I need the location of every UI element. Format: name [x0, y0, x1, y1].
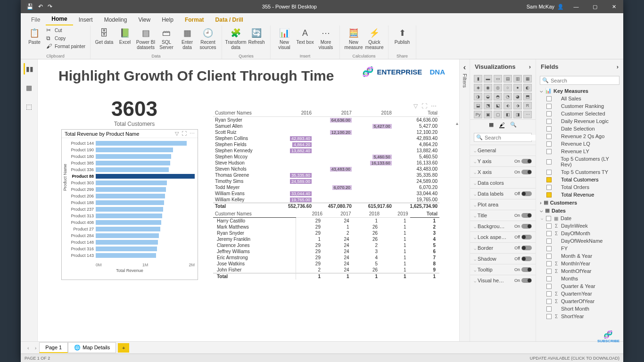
viz-type-icon[interactable]: ◎ [494, 84, 502, 91]
format-section[interactable]: ⌵ Y axisOn [470, 156, 536, 166]
field-item[interactable]: All Sales [538, 95, 621, 102]
viz-type-icon[interactable]: ▭ [494, 75, 502, 82]
viz-type-icon[interactable]: ◧ [504, 111, 512, 118]
more-visuals-button[interactable]: ⋯More visuals [316, 26, 336, 50]
format-section[interactable]: ⌵ General [470, 145, 536, 156]
field-item[interactable]: FY [538, 245, 621, 252]
table-row[interactable]: Todd Meyer6,070.206,070.20 [213, 184, 439, 190]
filter-icon[interactable]: ▽ [175, 131, 179, 137]
viz-type-icon[interactable]: ▤ [504, 75, 512, 82]
table-row[interactable]: Ryan Snyder2922613 [213, 230, 439, 236]
cut-button[interactable]: ✂Cut [45, 26, 86, 34]
field-item[interactable]: Customer Ranking [538, 102, 621, 110]
more-options-icon[interactable]: ⋯ [190, 131, 195, 137]
viz-type-icon[interactable]: ⬖ [504, 102, 512, 109]
quick-measure-button[interactable]: ⚡Quick measure [364, 26, 384, 50]
bar-row[interactable]: Product 303 [96, 180, 195, 186]
viz-type-icon[interactable]: ◈ [474, 84, 482, 91]
focus-icon[interactable]: ⛶ [421, 103, 427, 109]
toggle[interactable]: On [514, 213, 532, 218]
field-item[interactable]: DayOfWeekName [538, 237, 621, 245]
bar-row[interactable]: Product 180 [96, 153, 195, 160]
checkbox[interactable] [546, 126, 552, 132]
field-item[interactable]: ΣQuarterOfYear [538, 297, 621, 305]
viz-type-icon[interactable]: Py [474, 111, 482, 118]
table-row[interactable]: Samuel Allen5,427.005,427.00 [213, 123, 439, 129]
format-section[interactable]: ⌵ X axisOn [470, 166, 536, 177]
filters-pane-collapsed[interactable]: ‹ Filters [459, 59, 470, 341]
viz-type-icon[interactable]: ⬕ [494, 102, 502, 109]
viz-type-icon[interactable]: ▬ [484, 75, 492, 82]
field-item[interactable]: Quarter & Year [538, 282, 621, 290]
transform-data-button[interactable]: 🧩Transform data [226, 26, 246, 50]
card-total-customers[interactable]: 3603 Total Customers [80, 97, 189, 127]
checkbox[interactable] [546, 223, 552, 229]
table-row[interactable]: Stephen Mccoy5,460.505,460.50 [213, 154, 439, 160]
checkbox[interactable] [546, 104, 552, 109]
checkbox[interactable] [546, 284, 552, 289]
bar-row[interactable]: Product 206 [96, 193, 195, 199]
publish-button[interactable]: ⬆Publish [392, 26, 412, 45]
toggle[interactable]: Off [514, 191, 532, 196]
table-row[interactable]: Jeremy Franklin1242614 [213, 236, 439, 242]
checkbox[interactable] [546, 170, 552, 175]
field-item[interactable]: Total Revenue [538, 191, 621, 198]
toggle[interactable]: On [514, 170, 532, 174]
bar-row[interactable]: Product 385 [96, 160, 195, 166]
viz-type-icon[interactable]: ⬔ [484, 102, 492, 109]
tab-view[interactable]: View [132, 14, 156, 25]
checkbox[interactable] [546, 254, 552, 259]
checkbox[interactable] [546, 185, 552, 190]
toggle[interactable]: Off [514, 256, 532, 261]
enter-data-button[interactable]: ▦Enter data [177, 26, 197, 50]
toggle[interactable]: On [514, 159, 532, 164]
field-item[interactable]: ΣMonthOfYear [538, 267, 621, 275]
field-item[interactable]: ΣQuarternYear [538, 290, 621, 297]
toggle[interactable]: On [514, 267, 532, 272]
field-item[interactable]: Total Customers [538, 176, 621, 183]
field-item[interactable]: ΣDayOfMonth [538, 230, 621, 237]
format-section[interactable]: ⌵ Data colors [470, 177, 536, 188]
viz-type-icon[interactable]: ● [513, 84, 522, 91]
redo-icon[interactable]: ↷ [48, 3, 52, 10]
checkbox[interactable] [546, 276, 552, 281]
field-item[interactable]: Daily Revenue Logic [538, 117, 621, 125]
collapse-panes-icon[interactable]: ▴ [456, 121, 458, 126]
format-well-icon[interactable]: 🖌 [499, 122, 504, 128]
get-data-button[interactable]: 🗄Get data [94, 26, 114, 45]
checkbox[interactable] [546, 192, 552, 197]
viz-type-icon[interactable]: ○ [504, 84, 512, 91]
chevron-right-icon[interactable]: › [529, 63, 531, 70]
viz-type-icon[interactable]: ▦ [523, 75, 532, 82]
format-section[interactable]: ⌵ Data labelsOff [470, 188, 536, 199]
bar-row[interactable]: Product 336 [96, 166, 195, 173]
model-view-icon[interactable]: ⬚ [24, 101, 35, 112]
maximize-button[interactable]: ▢ [586, 0, 604, 13]
table-row[interactable]: Eric Armstrong2924417 [213, 255, 439, 261]
tab-file[interactable]: File [25, 14, 46, 25]
focus-icon[interactable]: ⛶ [182, 131, 187, 137]
bar-row[interactable]: Product 190 [96, 147, 195, 153]
format-section[interactable]: ⌵ Visual he…On [470, 275, 536, 286]
field-item[interactable]: Revenue 2 Qs Ago [538, 132, 621, 140]
field-table[interactable]: ›▦Customers [538, 198, 621, 206]
field-item[interactable]: Revenue LQ [538, 140, 621, 148]
table-row[interactable]: Jose Watkins2924518 [213, 261, 439, 267]
user-name[interactable]: Sam McKay [527, 4, 554, 9]
analytics-well-icon[interactable]: 🔍 [510, 122, 517, 128]
format-section[interactable]: ⌵ Lock aspe…Off [470, 231, 536, 242]
viz-type-icon[interactable]: ◨ [513, 111, 522, 118]
checkbox[interactable] [546, 177, 552, 182]
viz-type-icon[interactable]: ▣ [484, 111, 492, 118]
page-prev-button[interactable]: ‹ [25, 345, 32, 351]
matrix-revenue-by-year[interactable]: ▽ ⛶ ⋯ Customer Names201620172018TotalRya… [213, 103, 439, 209]
field-item[interactable]: Top 5 Customers (LY Rev) [538, 155, 621, 168]
user-avatar-icon[interactable]: 👤 [557, 4, 564, 10]
report-view-icon[interactable]: ▮▮ [24, 63, 35, 74]
format-section[interactable]: ⌵ TitleOn [470, 210, 536, 221]
checkbox[interactable] [546, 216, 551, 221]
format-section[interactable]: ⌵ TooltipOn [470, 264, 536, 275]
checkbox[interactable] [546, 314, 552, 319]
viz-type-icon[interactable]: ◒ [484, 93, 492, 100]
checkbox[interactable] [546, 299, 552, 304]
